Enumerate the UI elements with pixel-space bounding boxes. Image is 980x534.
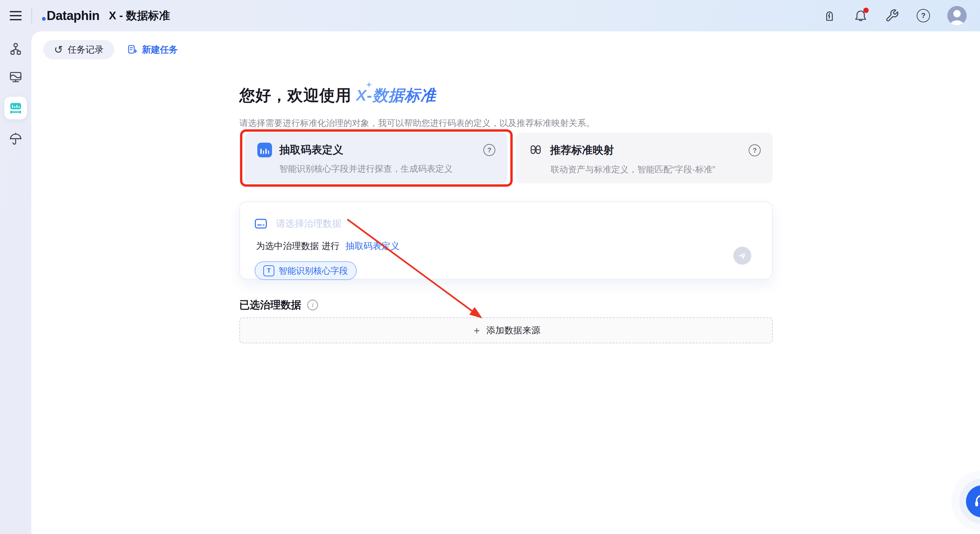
logo-dot: [42, 17, 46, 21]
quick-start-icon[interactable]: [822, 8, 837, 23]
welcome-heading: 您好，欢迎使用 X-数据标准: [239, 85, 436, 106]
main-content: ↺ 任务记录 新建任务 您好，欢迎使用 X-数据标准 请选择需要进行标: [31, 31, 980, 534]
sidebar-item-data-standard[interactable]: [4, 97, 27, 119]
topbar-actions: ?: [822, 6, 980, 25]
notifications-bell-icon[interactable]: [853, 8, 868, 23]
user-avatar[interactable]: [947, 6, 967, 25]
sidebar-item-org-chart[interactable]: [7, 41, 24, 57]
selected-data-header: 已选治理数据 i: [239, 298, 318, 312]
new-task-button[interactable]: 新建任务: [127, 44, 178, 56]
select-data-placeholder: 请选择治理数据: [276, 217, 341, 230]
action-sentence: 为选中治理数据 进行 抽取码表定义: [256, 240, 756, 252]
task-history-label: 任务记录: [68, 44, 103, 56]
governance-composer-panel: 请选择治理数据 为选中治理数据 进行 抽取码表定义 T 智能识别核心字段: [239, 201, 773, 279]
card-description: 智能识别核心字段并进行探查，生成码表定义: [279, 163, 495, 175]
product-name-highlight: X-数据标准: [356, 85, 436, 106]
welcome-text: 您好，欢迎使用: [239, 85, 352, 106]
left-sidebar: [0, 31, 31, 534]
top-bar: Dataphin X - 数据标准: [0, 0, 980, 31]
action-prefix: 为选中治理数据 进行: [256, 240, 340, 252]
logo-text: Dataphin: [47, 9, 100, 23]
text-recognition-icon: T: [263, 265, 274, 277]
smart-identify-label: 智能识别核心字段: [278, 265, 348, 277]
task-history-button[interactable]: ↺ 任务记录: [43, 40, 115, 59]
new-task-label: 新建任务: [142, 44, 178, 56]
tools-wrench-icon[interactable]: [885, 8, 899, 23]
smart-identify-chip[interactable]: T 智能识别核心字段: [255, 261, 357, 280]
history-icon: ↺: [54, 44, 63, 55]
mapping-icon: [529, 143, 542, 158]
extract-code-table-link[interactable]: 抽取码表定义: [346, 240, 400, 252]
dataphin-logo: Dataphin: [42, 9, 100, 23]
data-card-icon: [253, 216, 269, 231]
dataphin-app: Dataphin X - 数据标准: [0, 0, 980, 534]
menu-toggle-button[interactable]: [0, 0, 31, 31]
card-title: 抽取码表定义: [279, 143, 343, 157]
info-icon[interactable]: i: [307, 300, 318, 310]
task-toolbar: ↺ 任务记录 新建任务: [43, 40, 178, 59]
plus-icon: ＋: [472, 325, 482, 335]
headset-icon: [973, 492, 980, 511]
card-description: 联动资产与标准定义，智能匹配“字段-标准”: [550, 164, 760, 175]
code-table-icon: [257, 143, 272, 157]
card-title: 推荐标准映射: [550, 143, 614, 158]
new-task-icon: [127, 44, 138, 55]
select-governance-data-field[interactable]: 请选择治理数据: [253, 216, 756, 231]
add-data-source-button[interactable]: ＋ 添加数据来源: [239, 317, 773, 343]
hamburger-icon: [10, 11, 22, 12]
page-title: X - 数据标准: [109, 8, 170, 23]
sidebar-item-umbrella[interactable]: [7, 131, 24, 147]
send-button[interactable]: [733, 247, 751, 265]
help-circle-icon[interactable]: ?: [749, 144, 760, 156]
notification-badge: [863, 8, 869, 13]
sparkle-icon: [366, 82, 372, 87]
selected-data-title: 已选治理数据: [239, 298, 301, 312]
help-icon[interactable]: ?: [916, 8, 931, 23]
welcome-subtitle: 请选择需要进行标准化治理的对象，我可以帮助您进行码表的定义，以及推荐标准映射关系…: [239, 117, 595, 129]
card-extract-code-table[interactable]: 抽取码表定义 ? 智能识别核心字段并进行探查，生成码表定义: [245, 133, 508, 183]
add-data-source-label: 添加数据来源: [486, 324, 540, 336]
paper-plane-icon: [737, 251, 747, 261]
card-recommend-standard-mapping[interactable]: 推荐标准映射 ? 联动资产与标准定义，智能匹配“字段-标准”: [516, 133, 773, 183]
topbar-divider: [31, 8, 32, 23]
help-circle-icon[interactable]: ?: [483, 144, 495, 156]
sidebar-item-monitor[interactable]: [7, 69, 24, 85]
